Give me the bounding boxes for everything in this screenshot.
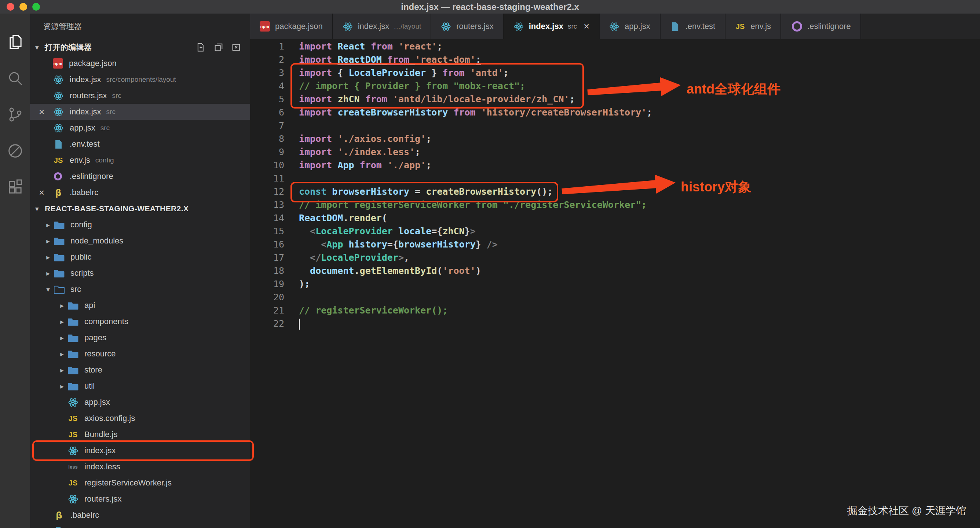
tree-item-routers.jsx[interactable]: routers.jsx xyxy=(30,491,250,507)
tree-item-node_modules[interactable]: ▸node_modules xyxy=(30,233,250,249)
chevron-down-icon: ▾ xyxy=(35,43,45,52)
tree-item-app.jsx[interactable]: app.jsx xyxy=(30,394,250,410)
text-cursor xyxy=(299,319,300,330)
tab-package.json[interactable]: npmpackage.json xyxy=(250,14,333,39)
save-all-icon[interactable] xyxy=(213,42,224,52)
tree-item-public[interactable]: ▸public xyxy=(30,249,250,265)
explorer-icon[interactable] xyxy=(0,24,30,60)
tree-item-resource[interactable]: ▸resource xyxy=(30,346,250,362)
tree-item-.babelrc[interactable]: β.babelrc xyxy=(30,507,250,523)
chevron-right-icon[interactable]: ▸ xyxy=(56,350,67,358)
close-tab-icon[interactable]: × xyxy=(584,21,589,32)
open-editor-item-env.js[interactable]: JSenv.jsconfig xyxy=(30,152,250,168)
search-icon[interactable] xyxy=(0,60,30,97)
tab-label: index.jsx xyxy=(358,22,390,31)
react-icon xyxy=(441,21,451,32)
open-editor-item-routers.jsx[interactable]: routers.jsxsrc xyxy=(30,87,250,104)
tree-item-pages[interactable]: ▸pages xyxy=(30,330,250,346)
chevron-right-icon[interactable]: ▸ xyxy=(56,334,67,342)
tree-item-label: pages xyxy=(84,333,107,342)
code-line-18: 18 document.getElementById('root') xyxy=(250,264,980,278)
open-editor-item-index.jsx[interactable]: index.jsxsrc/components/layout xyxy=(30,72,250,87)
chevron-right-icon[interactable]: ▸ xyxy=(56,382,67,391)
tab-index.jsx[interactable]: index.jsxsrc× xyxy=(504,14,600,39)
tree-item-registerServiceWorker.js[interactable]: JSregisterServiceWorker.js xyxy=(30,475,250,491)
line-number: 10 xyxy=(250,159,284,172)
code-line-1: 1import React from 'react'; xyxy=(250,40,980,53)
tree-item-config[interactable]: ▸config xyxy=(30,217,250,233)
tab-.env.test[interactable]: .env.test xyxy=(660,14,726,39)
line-number: 13 xyxy=(250,198,284,212)
less-icon: less xyxy=(67,461,78,472)
close-window-button[interactable] xyxy=(6,3,14,11)
chevron-right-icon[interactable]: ▸ xyxy=(43,237,54,245)
chevron-right-icon[interactable]: ▸ xyxy=(56,366,67,374)
minimize-window-button[interactable] xyxy=(19,3,27,11)
tree-item-label: src xyxy=(70,285,81,294)
tab-app.jsx[interactable]: app.jsx xyxy=(600,14,660,39)
close-all-editors-icon[interactable] xyxy=(231,42,241,52)
extensions-icon[interactable] xyxy=(0,169,30,205)
source-control-icon[interactable] xyxy=(0,97,30,133)
close-editor-icon[interactable]: × xyxy=(39,187,53,198)
chevron-right-icon[interactable]: ▸ xyxy=(43,253,54,261)
tree-item-label: app.jsx xyxy=(84,398,110,407)
sidebar: 资源管理器 ▾ 打开的编辑器 npmpackage.jsonindex.jsxs… xyxy=(30,14,250,528)
tree-item-Bundle.js[interactable]: JSBundle.js xyxy=(30,426,250,442)
tree-item-index.less[interactable]: lessindex.less xyxy=(30,459,250,475)
tab-.eslintignore[interactable]: .eslintignore xyxy=(781,14,861,39)
tree-item-src[interactable]: ▾src xyxy=(30,281,250,297)
tree-item-api[interactable]: ▸api xyxy=(30,297,250,313)
open-editor-item-app.jsx[interactable]: app.jsxsrc xyxy=(30,120,250,136)
line-number: 11 xyxy=(250,172,284,185)
tab-routers.jsx[interactable]: routers.jsx xyxy=(431,14,504,39)
chevron-down-icon[interactable]: ▾ xyxy=(43,285,54,294)
open-editor-item-index.jsx[interactable]: ×index.jsxsrc xyxy=(30,104,250,120)
chevron-right-icon[interactable]: ▸ xyxy=(43,269,54,278)
watermark: 掘金技术社区 @ 天涯学馆 xyxy=(847,504,966,518)
tree-item-util[interactable]: ▸util xyxy=(30,378,250,394)
line-number: 19 xyxy=(250,278,284,291)
tree-item-label: components xyxy=(84,317,128,326)
open-editor-item-.babelrc[interactable]: ×β.babelrc xyxy=(30,184,250,200)
project-header[interactable]: ▾ REACT-BASE-STAGING-WEATHER2.X xyxy=(30,200,250,217)
react-icon xyxy=(67,445,78,456)
folder-icon xyxy=(54,219,65,230)
tab-env.js[interactable]: JSenv.js xyxy=(725,14,781,39)
tree-item-index.jsx[interactable]: index.jsx xyxy=(30,442,250,459)
tree-item-store[interactable]: ▸store xyxy=(30,362,250,378)
tree-item-partial[interactable] xyxy=(30,523,250,528)
tree-item-label: public xyxy=(70,252,91,262)
line-number: 1 xyxy=(250,40,284,53)
new-untitled-file-icon[interactable] xyxy=(196,42,206,52)
chevron-right-icon[interactable]: ▸ xyxy=(56,318,67,326)
tree-item-axios.config.js[interactable]: JSaxios.config.js xyxy=(30,410,250,426)
open-editor-item-.env.test[interactable]: .env.test xyxy=(30,136,250,152)
chevron-right-icon[interactable]: ▸ xyxy=(56,301,67,310)
editor-content[interactable]: 1import React from 'react';2import React… xyxy=(250,39,980,528)
tree-item-components[interactable]: ▸components xyxy=(30,313,250,330)
tab-bar: npmpackage.jsonindex.jsx…/layoutrouters.… xyxy=(250,14,980,39)
tab-label: env.js xyxy=(750,22,771,31)
react-icon xyxy=(67,397,78,408)
zoom-window-button[interactable] xyxy=(32,3,40,11)
eslint-icon xyxy=(54,172,62,180)
tree-item-scripts[interactable]: ▸scripts xyxy=(30,265,250,281)
tree-item-label: routers.jsx xyxy=(84,494,121,504)
line-number: 12 xyxy=(250,185,284,198)
folder-icon xyxy=(54,251,65,262)
folder-icon xyxy=(67,316,78,327)
file-blue-icon xyxy=(670,21,680,32)
tab-label: routers.jsx xyxy=(456,22,493,31)
open-editors-header[interactable]: ▾ 打开的编辑器 xyxy=(30,39,250,56)
open-editor-item-package.json[interactable]: npmpackage.json xyxy=(30,56,250,72)
open-editor-item-.eslintignore[interactable]: .eslintignore xyxy=(30,168,250,184)
chevron-right-icon[interactable]: ▸ xyxy=(43,221,54,229)
debug-icon[interactable] xyxy=(0,133,30,169)
tab-index.jsx[interactable]: index.jsx…/layout xyxy=(333,14,432,39)
eslint-icon xyxy=(792,21,802,32)
tab-detail: src xyxy=(568,22,577,30)
close-editor-icon[interactable]: × xyxy=(39,107,53,118)
open-editor-label: env.js xyxy=(70,156,90,165)
code-line-12: 12const browserHistory = createBrowserHi… xyxy=(250,185,980,198)
